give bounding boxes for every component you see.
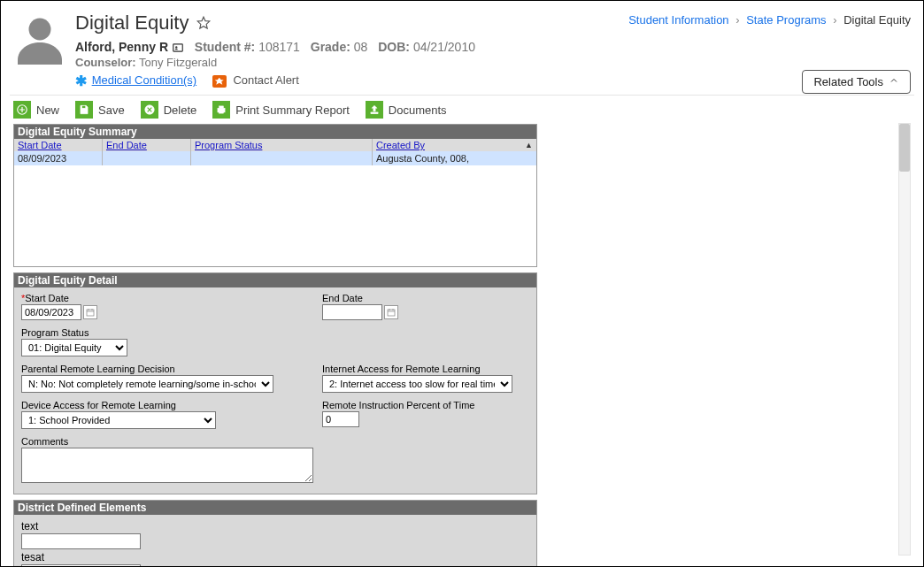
dob-label: DOB:: [378, 40, 410, 54]
medical-icon: ✱: [75, 73, 87, 88]
calendar-icon[interactable]: [83, 305, 97, 319]
svg-rect-9: [371, 112, 378, 114]
svg-rect-8: [219, 111, 224, 113]
documents-button[interactable]: Documents: [366, 101, 447, 119]
start-date-label: Start Date: [25, 293, 69, 303]
delete-icon: [141, 101, 158, 119]
svg-rect-7: [219, 106, 224, 108]
svg-point-2: [175, 47, 177, 49]
scrollbar-thumb[interactable]: [899, 124, 910, 172]
related-tools-button[interactable]: Related Tools: [802, 70, 911, 94]
svg-rect-1: [173, 44, 183, 51]
vertical-scrollbar[interactable]: [898, 123, 911, 556]
favorite-star-icon[interactable]: [196, 15, 212, 31]
crumb-student-info[interactable]: Student Information: [628, 13, 728, 27]
contact-alert-icon: [212, 75, 227, 88]
end-date-label: End Date: [322, 293, 561, 303]
crumb-state-programs[interactable]: State Programs: [746, 13, 826, 27]
district-field1-label: text: [21, 520, 529, 533]
col-program-status[interactable]: Program Status: [195, 140, 262, 150]
crumb-current: Digital Equity: [843, 13, 911, 27]
student-avatar: [13, 11, 66, 65]
related-tools-label: Related Tools: [813, 75, 883, 88]
upload-icon: [366, 101, 383, 119]
comments-textarea[interactable]: [21, 448, 313, 483]
medical-conditions-link[interactable]: Medical Condition(s): [92, 73, 197, 87]
summary-title: Digital Equity Summary: [14, 125, 536, 139]
contact-alert-text: Contact Alert: [233, 73, 298, 87]
chevron-up-icon: [889, 75, 899, 88]
counselor-name: Tony Fitzgerald: [139, 56, 217, 69]
save-icon: [75, 101, 93, 119]
grade-label: Grade:: [311, 40, 350, 54]
id-card-icon[interactable]: [172, 40, 188, 54]
grade-value: 08: [354, 40, 368, 54]
breadcrumb: Student Information › State Programs › D…: [628, 13, 911, 27]
internet-access-label: Internet Access for Remote Learning: [322, 364, 561, 374]
summary-row[interactable]: 08/09/2023 Augusta County, 008,: [14, 151, 536, 165]
remote-percent-label: Remote Instruction Percent of Time: [322, 400, 561, 410]
calendar-icon[interactable]: [384, 305, 398, 319]
col-start-date[interactable]: Start Date: [18, 140, 62, 150]
start-date-input[interactable]: [21, 304, 81, 320]
save-button[interactable]: Save: [75, 101, 125, 119]
district-field1-input[interactable]: [21, 533, 141, 549]
sort-asc-icon: ▲: [525, 141, 533, 149]
district-title: District Defined Elements: [14, 501, 536, 515]
svg-point-0: [29, 19, 51, 41]
svg-rect-10: [87, 310, 94, 316]
col-created-by[interactable]: Created By: [376, 140, 425, 150]
internet-access-select[interactable]: 2: Internet access too slow for real tim…: [322, 375, 512, 393]
print-summary-button[interactable]: Print Summary Report: [212, 101, 350, 119]
detail-title: Digital Equity Detail: [14, 273, 536, 287]
page-title: Digital Equity: [75, 11, 189, 34]
student-name: Alford, Penny R: [75, 40, 168, 54]
parental-decision-select[interactable]: N: No: Not completely remote learning/so…: [21, 375, 273, 393]
district-panel: District Defined Elements text tesat: [13, 500, 537, 567]
svg-rect-11: [388, 310, 395, 316]
print-icon: [212, 101, 230, 119]
dob-value: 04/21/2010: [413, 40, 475, 54]
svg-rect-4: [82, 106, 86, 109]
parental-decision-label: Parental Remote Learning Decision: [21, 364, 313, 374]
device-access-select[interactable]: 1: School Provided: [21, 411, 216, 429]
chevron-right-icon: ›: [829, 13, 840, 27]
delete-button[interactable]: Delete: [141, 101, 197, 119]
district-field2-label: tesat: [21, 551, 529, 563]
chevron-right-icon: ›: [732, 13, 743, 27]
comments-label: Comments: [21, 436, 561, 447]
remote-percent-input[interactable]: [322, 411, 359, 427]
program-status-label: Program Status: [21, 327, 561, 338]
student-number: 108171: [258, 40, 300, 54]
counselor-label: Counselor:: [75, 56, 136, 69]
end-date-input[interactable]: [322, 304, 382, 320]
program-status-select[interactable]: 01: Digital Equity: [21, 339, 127, 356]
device-access-label: Device Access for Remote Learning: [21, 400, 313, 410]
col-end-date[interactable]: End Date: [106, 140, 147, 150]
plus-icon: [13, 101, 31, 119]
student-number-label: Student #:: [195, 40, 255, 54]
summary-panel: Digital Equity Summary Start Date End Da…: [13, 124, 537, 267]
new-button[interactable]: New: [13, 101, 59, 119]
detail-panel: Digital Equity Detail *Start Date End Da…: [13, 272, 537, 494]
